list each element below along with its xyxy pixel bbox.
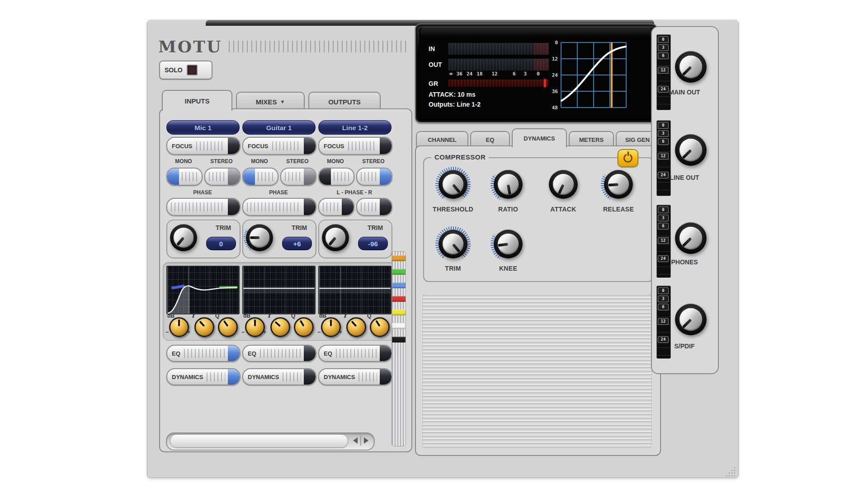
phase-label: PHASE: [242, 189, 315, 196]
phase-slider-guitar1[interactable]: [242, 198, 316, 216]
lcd-in-label: IN: [429, 45, 435, 52]
focus-button-line12[interactable]: FOCUS: [318, 137, 392, 155]
line-out-knob[interactable]: [675, 134, 707, 166]
spdif-label: S/PDIF: [655, 343, 714, 350]
db-label: dB: [167, 313, 175, 319]
threshold-knob[interactable]: [439, 170, 467, 199]
dynamics-enable-line12[interactable]: DYNAMICS: [318, 368, 392, 385]
stereo-slider-mic1[interactable]: [204, 168, 241, 186]
comp-trim-knob[interactable]: [439, 230, 467, 258]
eq-graph-line12[interactable]: [318, 266, 392, 314]
eq-q-knob-mic1[interactable]: [218, 317, 238, 337]
channel-color-segment[interactable]: [392, 255, 406, 261]
eq-q-knob-guitar1[interactable]: [294, 317, 314, 337]
phase-slider-right-line12[interactable]: [356, 198, 392, 216]
trim-knob-guitar1[interactable]: [246, 224, 273, 251]
knee-knob[interactable]: [494, 230, 523, 258]
tab-meters[interactable]: METERS: [569, 131, 614, 147]
attack-knob[interactable]: [549, 170, 578, 199]
eq-handle[interactable]: [304, 346, 316, 361]
tab-dynamics[interactable]: DYNAMICS: [512, 128, 567, 147]
channel-color-scrollbar[interactable]: [392, 251, 406, 446]
dynamics-enable-guitar1[interactable]: DYNAMICS: [242, 368, 316, 385]
phase-slider-left-line12[interactable]: [318, 198, 354, 216]
focus-handle[interactable]: [228, 138, 240, 154]
eq-freq-knob-mic1[interactable]: [194, 317, 214, 337]
dynamics-handle-active[interactable]: [228, 369, 240, 385]
stereo-slider-line12[interactable]: [356, 168, 392, 186]
release-knob[interactable]: [604, 170, 633, 199]
eq-handle[interactable]: [380, 346, 392, 361]
channel-color-segment[interactable]: [392, 337, 406, 343]
focus-handle[interactable]: [380, 138, 392, 154]
eq-gain-knob-line12[interactable]: [321, 317, 341, 337]
phase-handle[interactable]: [228, 199, 240, 215]
phase-handle[interactable]: [342, 199, 354, 215]
lcd-out-meter: [448, 59, 549, 70]
eq-graph-guitar1[interactable]: [242, 266, 316, 314]
stereo-handle-active[interactable]: [380, 169, 392, 185]
eq-freq-knob-line12[interactable]: [346, 317, 366, 337]
scroll-right-icon[interactable]: [364, 437, 368, 444]
stereo-handle[interactable]: [304, 169, 316, 185]
mono-handle-active[interactable]: [167, 169, 179, 185]
mono-slider-mic1[interactable]: [166, 168, 203, 186]
channel-name-line12[interactable]: Line 1-2: [318, 120, 392, 135]
tab-mixes[interactable]: MIXES ▼: [236, 92, 305, 111]
eq-enable-line12[interactable]: EQ: [318, 345, 392, 362]
trim-knob-mic1[interactable]: [170, 224, 197, 251]
focus-button-guitar1[interactable]: FOCUS: [242, 137, 316, 155]
tab-channel[interactable]: CHANNEL: [416, 131, 468, 147]
mono-slider-guitar1[interactable]: [242, 168, 278, 186]
dynamics-handle[interactable]: [304, 369, 316, 385]
stereo-label: STEREO: [280, 158, 315, 164]
motu-logo: MOTU: [158, 37, 222, 56]
focus-button-mic1[interactable]: FOCUS: [166, 137, 241, 155]
phase-handle[interactable]: [304, 199, 316, 215]
channel-name-mic1[interactable]: Mic 1: [166, 120, 240, 135]
eq-freq-knob-guitar1[interactable]: [270, 317, 290, 337]
trim-value-line12: -96: [358, 237, 388, 250]
channel-scrollbar-thumb[interactable]: [170, 434, 348, 448]
tab-inputs[interactable]: INPUTS: [162, 90, 232, 111]
compressor-power-button[interactable]: [618, 149, 638, 167]
mono-slider-line12[interactable]: [318, 168, 354, 186]
stereo-slider-guitar1[interactable]: [280, 168, 316, 186]
solo-button[interactable]: SOLO: [159, 61, 212, 80]
eq-gain-knob-guitar1[interactable]: [245, 317, 265, 337]
mono-handle[interactable]: [319, 169, 331, 185]
eq-enable-guitar1[interactable]: EQ: [242, 345, 316, 362]
tab-outputs[interactable]: OUTPUTS: [308, 92, 381, 111]
channel-color-segment[interactable]: [392, 269, 406, 275]
channel-color-segment[interactable]: [392, 282, 406, 288]
main-out-knob[interactable]: [675, 51, 707, 83]
eq-q-knob-line12[interactable]: [370, 317, 390, 337]
threshold-label: THRESHOLD: [421, 206, 485, 213]
eq-handle-active[interactable]: [228, 346, 240, 361]
eq-gain-knob-mic1[interactable]: [169, 317, 189, 337]
trim-label: TRIM: [201, 224, 246, 231]
focus-handle[interactable]: [304, 138, 316, 154]
phase-slider-mic1[interactable]: [166, 198, 241, 216]
spdif-knob[interactable]: [675, 304, 707, 335]
scroll-left-icon[interactable]: [353, 437, 358, 444]
tab-eq[interactable]: EQ: [470, 131, 510, 147]
ratio-knob[interactable]: [494, 170, 523, 199]
dynamics-enable-mic1[interactable]: DYNAMICS: [166, 368, 241, 385]
channel-color-segment[interactable]: [392, 310, 406, 315]
phase-handle[interactable]: [380, 199, 392, 215]
phones-knob[interactable]: [675, 222, 707, 254]
stereo-handle[interactable]: [228, 169, 240, 185]
channel-name-guitar1[interactable]: Guitar 1: [242, 120, 316, 135]
stereo-label: STEREO: [204, 158, 239, 164]
eq-graph-mic1[interactable]: [166, 266, 240, 314]
trim-knob-line12[interactable]: [322, 224, 349, 251]
attack-label: ATTACK: [532, 206, 595, 213]
dynamics-handle[interactable]: [380, 369, 392, 385]
channel-color-segment[interactable]: [392, 323, 406, 329]
freq-label: f: [268, 312, 270, 319]
eq-enable-mic1[interactable]: EQ: [166, 345, 241, 362]
mono-handle-active[interactable]: [243, 169, 255, 185]
ratio-label: RATIO: [476, 206, 540, 213]
channel-color-segment[interactable]: [392, 296, 406, 302]
